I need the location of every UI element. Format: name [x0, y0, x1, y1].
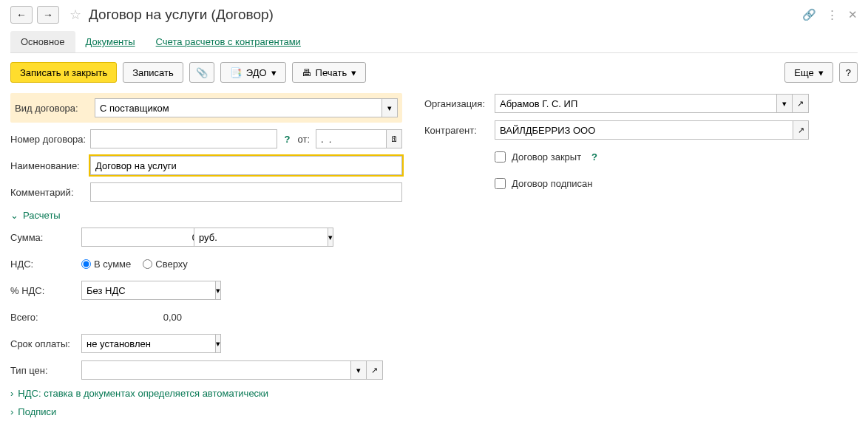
nds-in-sum-radio[interactable] [81, 259, 91, 269]
nds-pct-label: % НДС: [10, 285, 81, 296]
kebab-icon[interactable]: ⋮ [827, 8, 838, 21]
nds-on-top-label: Сверху [155, 259, 187, 270]
section-signatures[interactable]: Подписи [10, 406, 402, 417]
closed-help[interactable]: ? [591, 151, 597, 163]
from-label: от: [297, 134, 310, 145]
tab-documents[interactable]: Документы [75, 31, 146, 52]
org-dropdown[interactable]: ▾ [776, 94, 793, 113]
edo-label: ЭДО [246, 67, 267, 78]
nds-label: НДС: [10, 259, 81, 270]
chevron-down-icon: ▾ [818, 67, 824, 78]
org-label: Организация: [424, 98, 495, 109]
save-button[interactable]: Записать [123, 62, 183, 83]
star-icon[interactable]: ☆ [69, 7, 81, 23]
section-nds-auto[interactable]: НДС: ставка в документах определяется ав… [10, 388, 402, 399]
price-type-input[interactable] [81, 360, 350, 380]
forward-button[interactable]: → [37, 6, 59, 24]
total-label: Всего: [10, 312, 81, 323]
contract-type-input[interactable] [95, 98, 382, 117]
total-value: 0,00 [81, 312, 186, 323]
more-button[interactable]: Еще ▾ [784, 62, 833, 83]
print-label: Печать [316, 67, 347, 78]
signed-label: Договор подписан [512, 178, 592, 189]
attach-button[interactable]: 📎 [189, 62, 214, 83]
nds-pct-dropdown[interactable]: ▾ [215, 281, 221, 300]
price-type-dropdown[interactable]: ▾ [350, 360, 367, 380]
date-field[interactable]: 🗓 [316, 129, 402, 148]
section-nds-auto-label: НДС: ставка в документах определяется ав… [18, 388, 268, 399]
section-calc[interactable]: Расчеты [10, 210, 402, 221]
back-button[interactable]: ← [10, 6, 33, 24]
org-input[interactable] [495, 94, 776, 113]
counterparty-label: Контрагент: [424, 125, 495, 136]
nds-on-top-radio[interactable] [143, 259, 152, 269]
help-button[interactable]: ? [839, 62, 858, 83]
edo-button[interactable]: 📑 ЭДО ▾ [220, 62, 286, 83]
signed-checkbox[interactable] [495, 178, 506, 189]
nds-pct-input[interactable] [81, 281, 215, 300]
date-input[interactable] [316, 129, 386, 148]
comment-input[interactable] [90, 182, 402, 202]
chevron-down-icon: ▾ [351, 67, 356, 78]
currency-dropdown[interactable]: ▾ [328, 228, 333, 247]
number-input[interactable] [90, 129, 277, 148]
counterparty-input[interactable] [495, 120, 793, 140]
calendar-icon: 🗓 [390, 134, 399, 143]
number-label: Номер договора: [10, 134, 90, 145]
tab-main[interactable]: Основное [10, 31, 75, 52]
comment-label: Комментарий: [10, 187, 90, 198]
price-type-label: Тип цен: [10, 365, 81, 376]
sum-label: Сумма: [10, 232, 81, 243]
close-icon[interactable]: ✕ [848, 8, 858, 21]
payment-term-input[interactable] [81, 334, 215, 353]
printer-icon: 🖶 [302, 67, 311, 78]
name-label: Наименование: [10, 160, 90, 171]
nds-in-sum-option[interactable]: В сумме [81, 259, 131, 270]
page-title: Договор на услуги (Договор) [89, 7, 274, 23]
contract-type-combo[interactable]: ▾ [95, 98, 398, 117]
edo-icon: 📑 [230, 67, 242, 78]
currency-input[interactable] [194, 228, 328, 247]
open-icon: ↗ [798, 126, 804, 135]
tab-accounts[interactable]: Счета расчетов с контрагентами [146, 31, 311, 52]
closed-checkbox[interactable] [495, 151, 506, 163]
closed-label: Договор закрыт [512, 151, 581, 163]
counterparty-open[interactable]: ↗ [793, 120, 809, 140]
payment-term-label: Срок оплаты: [10, 338, 81, 349]
contract-type-label: Вид договора: [15, 103, 95, 114]
chevron-down-icon: ▾ [271, 67, 277, 78]
more-label: Еще [794, 67, 813, 78]
number-help[interactable]: ? [285, 134, 291, 145]
print-button[interactable]: 🖶 Печать ▾ [292, 62, 367, 83]
paperclip-icon: 📎 [196, 67, 208, 78]
name-input[interactable] [90, 156, 402, 175]
calendar-button[interactable]: 🗓 [386, 129, 402, 148]
tabs: Основное Документы Счета расчетов с конт… [10, 31, 858, 53]
nds-on-top-option[interactable]: Сверху [143, 259, 187, 270]
nds-in-sum-label: В сумме [94, 259, 131, 270]
link-icon[interactable]: 🔗 [802, 8, 816, 21]
org-open[interactable]: ↗ [793, 94, 809, 113]
open-icon: ↗ [797, 99, 804, 109]
save-close-button[interactable]: Записать и закрыть [10, 62, 117, 83]
open-icon: ↗ [371, 366, 378, 375]
price-type-open[interactable]: ↗ [367, 360, 383, 380]
contract-type-dropdown[interactable]: ▾ [382, 98, 398, 117]
payment-term-dropdown[interactable]: ▾ [215, 334, 221, 353]
section-signatures-label: Подписи [18, 406, 56, 417]
section-calc-label: Расчеты [23, 210, 61, 221]
